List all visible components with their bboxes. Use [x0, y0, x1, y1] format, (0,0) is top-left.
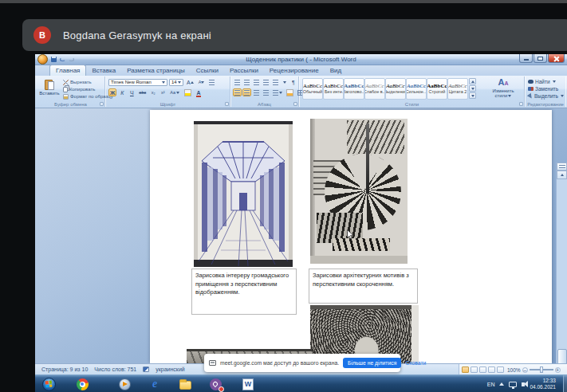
style-strong[interactable]: АаBbСсСильное... [406, 78, 427, 100]
tab-vstavka[interactable]: Вставка [86, 65, 121, 76]
justify-button[interactable] [262, 88, 270, 96]
increase-indent-button[interactable] [271, 78, 280, 86]
font-name-combo[interactable]: Times New Roman [108, 79, 167, 86]
tray-expand-icon[interactable] [499, 382, 504, 386]
taskbar-chrome[interactable] [75, 377, 89, 391]
tab-vid[interactable]: Вид [325, 65, 347, 76]
zoom-slider[interactable] [530, 369, 553, 370]
align-right-button[interactable] [252, 88, 261, 96]
page-indicator[interactable]: Страница: 9 из 10 [41, 367, 88, 372]
decrease-indent-button[interactable] [262, 78, 270, 86]
bold-button[interactable]: Ж [108, 88, 116, 96]
bullets-button[interactable] [233, 78, 242, 86]
volume-icon[interactable] [522, 382, 525, 386]
select-button[interactable]: Выделить [528, 92, 564, 100]
tab-razmetka[interactable]: Разметка страницы [121, 65, 191, 76]
italic-button[interactable]: К [118, 88, 126, 96]
styles-dialog-launcher[interactable] [519, 102, 523, 106]
taskbar-explorer[interactable] [178, 377, 192, 391]
line-spacing-button[interactable] [271, 88, 284, 96]
vertical-scrollbar[interactable] [556, 163, 567, 363]
taskbar-media-player[interactable] [117, 377, 132, 391]
language-switcher[interactable]: EN [487, 382, 495, 387]
align-center-button[interactable] [242, 88, 251, 96]
draft-view-button[interactable] [497, 367, 504, 373]
strikethrough-button[interactable]: abc [137, 88, 148, 96]
office-button-icon[interactable] [37, 54, 48, 65]
taskbar-viber[interactable] [208, 377, 222, 391]
taskbar-word[interactable]: W [241, 377, 255, 391]
start-button[interactable] [41, 377, 56, 391]
language-indicator[interactable]: украинский [156, 367, 185, 372]
caption-right[interactable]: Зарисовки архітектурних мотивів з перспе… [309, 269, 418, 304]
tab-rassylki[interactable]: Рассылки [224, 65, 264, 76]
style-strict[interactable]: АаBbСсСтрогий [427, 78, 447, 100]
show-desktop-button[interactable] [563, 375, 567, 392]
grow-font-button[interactable]: А [185, 78, 195, 86]
minimize-button[interactable] [519, 54, 533, 63]
multilevel-list-button[interactable] [252, 78, 261, 86]
redo-icon[interactable] [69, 57, 74, 61]
taskbar-internet-explorer[interactable]: e [148, 377, 162, 391]
style-emphasis[interactable]: АаBbСсВыделение [385, 78, 406, 100]
highlight-button[interactable] [183, 88, 193, 96]
style-quote2[interactable]: АаBbСсЦитата 2 [447, 78, 468, 100]
tab-recenzirovanie[interactable]: Рецензирование [264, 65, 325, 76]
photo-staircase-drawing[interactable] [310, 119, 408, 264]
scrollbar-thumb[interactable] [557, 349, 567, 363]
taskbar-clock[interactable]: 12:33 04.06.2021 [530, 378, 556, 390]
web-view-button[interactable] [479, 367, 486, 373]
document-page[interactable]: Зарисовка інтереру громадського приміщен… [150, 110, 552, 363]
hide-notification-link[interactable]: Сховати [405, 360, 426, 366]
fullscreen-view-button[interactable] [471, 367, 478, 373]
font-dialog-launcher[interactable] [225, 102, 229, 106]
outline-view-button[interactable] [488, 367, 495, 373]
scroll-up-button[interactable] [557, 171, 567, 179]
superscript-button[interactable]: x² [159, 88, 167, 96]
print-layout-view-button[interactable] [462, 367, 469, 373]
clipboard-dialog-launcher[interactable] [100, 102, 104, 106]
zoom-slider-knob[interactable] [540, 367, 543, 373]
subscript-button[interactable]: x₂ [149, 88, 157, 96]
stop-sharing-button[interactable]: Більше не ділитися [343, 358, 401, 368]
font-size-combo[interactable]: 14 [169, 79, 183, 86]
zoom-out-button[interactable]: – [522, 367, 528, 373]
ruler-toggle-button[interactable] [557, 163, 567, 171]
save-icon[interactable] [51, 57, 57, 62]
styles-scroll-down[interactable] [469, 85, 476, 92]
style-normal[interactable]: АаBbСсОбычный [302, 78, 323, 100]
replace-button[interactable]: Заменить [528, 85, 564, 92]
style-heading[interactable]: АаBbСсЗаголово... [344, 78, 364, 100]
underline-button[interactable]: Ч [128, 88, 136, 96]
align-left-button[interactable] [233, 88, 242, 96]
shading-button[interactable] [285, 88, 295, 96]
zoom-in-button[interactable]: + [555, 367, 561, 373]
styles-more[interactable] [469, 92, 476, 99]
word-count[interactable]: Число слов: 751 [94, 367, 136, 372]
sort-button[interactable] [281, 78, 289, 86]
font-color-button[interactable]: А [195, 88, 203, 96]
paste-button[interactable]: Вставить [39, 78, 60, 101]
style-subtle[interactable]: АаBbСсСлабое в... [364, 78, 385, 100]
caption-left[interactable]: Зарисовка інтереру громадського приміщен… [191, 269, 297, 315]
shrink-font-button[interactable]: А [197, 78, 207, 86]
change-case-button[interactable]: Аа [168, 88, 181, 96]
clear-formatting-button[interactable] [207, 78, 216, 86]
maximize-button[interactable] [534, 54, 547, 63]
styles-group-label: Стили [300, 102, 524, 107]
undo-icon[interactable] [60, 57, 65, 61]
paragraph-dialog-launcher[interactable] [293, 102, 297, 106]
close-button[interactable] [548, 54, 565, 63]
style-no-spacing[interactable]: АаBbСс1 Без инте... [323, 78, 344, 100]
network-icon[interactable] [509, 382, 517, 387]
spellcheck-icon[interactable] [143, 367, 149, 372]
photo-interior-drawing[interactable] [194, 121, 293, 267]
find-button[interactable]: Найти [528, 78, 564, 85]
tab-glavnaya[interactable]: Главная [49, 65, 86, 76]
show-marks-button[interactable]: ¶ [289, 78, 297, 86]
zoom-level[interactable]: 100% [507, 367, 521, 373]
styles-scroll-up[interactable] [469, 78, 476, 84]
numbering-button[interactable] [242, 78, 251, 86]
change-styles-button[interactable]: АА Изменить стили [490, 77, 516, 98]
tab-ssylki[interactable]: Ссылки [191, 65, 224, 76]
